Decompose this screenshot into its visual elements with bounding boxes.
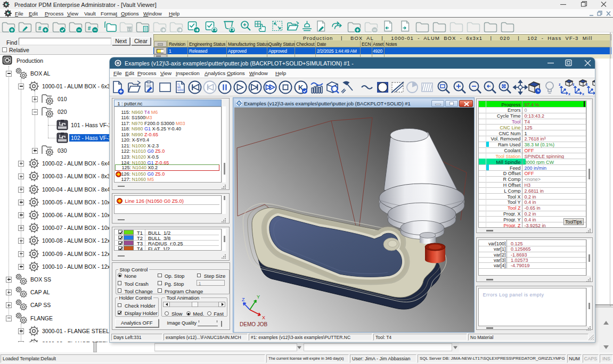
svg-text:x: x <box>582 92 584 95</box>
svg-text:DEMO JOB: DEMO JOB <box>240 321 268 327</box>
svg-text:G0021: G0021 <box>177 89 185 92</box>
svg-text:z: z <box>573 82 575 86</box>
svg-text:#: # <box>38 26 41 31</box>
svg-text:#: # <box>88 26 91 31</box>
svg-text:z: z <box>586 82 588 86</box>
svg-text:z: z <box>559 82 561 86</box>
svg-text:X: X <box>262 315 265 320</box>
svg-text:x: x <box>568 92 570 95</box>
svg-text:Y: Y <box>257 294 260 300</box>
svg-text:Z: Z <box>242 297 245 302</box>
